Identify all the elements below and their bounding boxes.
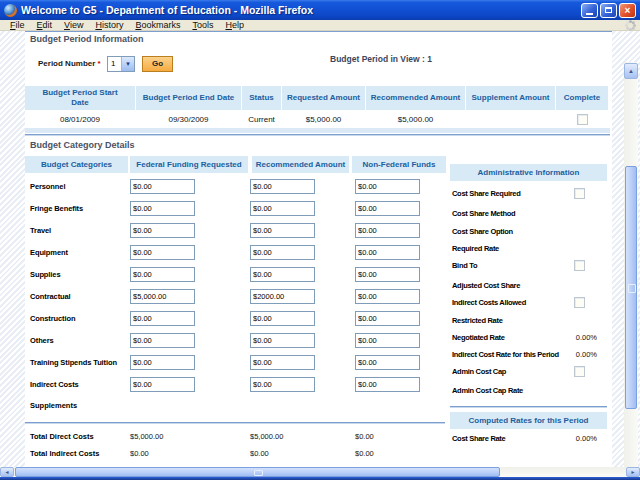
non-federal-funds-input[interactable]: [355, 311, 420, 326]
recommended-amount-input[interactable]: [250, 355, 315, 370]
menu-history[interactable]: History: [89, 20, 129, 31]
non-federal-funds-input[interactable]: [355, 377, 420, 392]
total-federal-value: $5,000.00: [130, 432, 163, 441]
end-date-cell: 09/30/2009: [136, 110, 241, 128]
admin-item-label: Adjusted Cost Share: [452, 281, 520, 290]
vertical-scrollbar-thumb[interactable]: [625, 166, 637, 409]
non-federal-funds-input[interactable]: [355, 201, 420, 216]
admin-item: Required Rate: [450, 243, 607, 255]
go-button[interactable]: Go: [142, 56, 173, 72]
menu-help[interactable]: Help: [219, 20, 250, 31]
budget-row-equipment: Equipment: [25, 245, 470, 262]
admin-item-label: Restricted Rate: [452, 316, 503, 325]
recommended-amount-input[interactable]: [250, 245, 315, 260]
admin-cost-cap-checkbox[interactable]: [574, 366, 585, 377]
total-indirect-costs-row: Total Indirect Costs $0.00 $0.00 $0.00: [25, 447, 470, 461]
recommended-amount-input[interactable]: [250, 267, 315, 282]
titlebar: Welcome to G5 - Department of Education …: [0, 0, 640, 20]
budget-row-indirect-costs: Indirect Costs: [25, 377, 470, 394]
menu-file[interactable]: File: [4, 20, 31, 31]
budget-row-construction: Construction: [25, 311, 470, 328]
complete-checkbox[interactable]: [577, 114, 588, 125]
budget-row-supplies: Supplies: [25, 267, 470, 284]
non-federal-funds-input[interactable]: [355, 355, 420, 370]
menu-bookmarks[interactable]: Bookmarks: [129, 20, 186, 31]
restore-button[interactable]: [600, 3, 617, 18]
close-button[interactable]: ×: [619, 3, 636, 18]
period-number-label: Period Number *: [38, 59, 101, 68]
recommended-amount-input[interactable]: [250, 179, 315, 194]
federal-funding-input[interactable]: [130, 245, 195, 260]
federal-funding-input[interactable]: [130, 201, 195, 216]
col-end-date: Budget Period End Date: [136, 86, 241, 110]
admin-item: Negotiated Rate 0.00%: [450, 332, 607, 344]
admin-item-label: Admin Cost Cap: [452, 367, 506, 376]
admin-item-label: Admin Cost Cap Rate: [452, 386, 523, 395]
budget-row-others: Others: [25, 333, 470, 350]
period-select-value: 1: [108, 57, 121, 71]
budget-row-travel: Travel: [25, 223, 470, 240]
supplements-label: Supplements: [30, 401, 77, 410]
requested-amount-cell: $5,000.00: [282, 110, 365, 128]
budget-category-label: Personnel: [30, 182, 65, 191]
bind-to-checkbox[interactable]: [574, 260, 585, 271]
budget-row-personnel: Personnel: [25, 179, 470, 196]
federal-funding-input[interactable]: [130, 311, 195, 326]
recommended-amount-cell: $5,000.00: [366, 110, 465, 128]
col-non-federal-funds: Non-Federal Funds: [352, 156, 446, 173]
col-complete: Complete: [556, 86, 608, 110]
budget-period-in-view: Budget Period in View : 1: [330, 54, 432, 64]
federal-funding-input[interactable]: [130, 289, 195, 304]
horizontal-scrollbar-thumb[interactable]: [15, 467, 500, 477]
menu-edit[interactable]: Edit: [31, 20, 59, 31]
budget-category-label: Equipment: [30, 248, 68, 257]
menu-tools[interactable]: Tools: [186, 20, 219, 31]
admin-item-value: 0.00%: [576, 333, 597, 342]
minimize-button[interactable]: [581, 3, 598, 18]
non-federal-funds-input[interactable]: [355, 223, 420, 238]
page-background: Budget Period Information Period Number …: [0, 31, 640, 467]
non-federal-funds-input[interactable]: [355, 179, 420, 194]
non-federal-funds-input[interactable]: [355, 333, 420, 348]
indirect-costs-allowed-checkbox[interactable]: [574, 297, 585, 308]
non-federal-funds-input[interactable]: [355, 245, 420, 260]
cost-share-required-checkbox[interactable]: [574, 188, 585, 199]
chevron-down-icon[interactable]: ▾: [121, 57, 134, 71]
admin-item: Indirect Costs Allowed: [450, 297, 607, 309]
window-title: Welcome to G5 - Department of Education …: [21, 4, 581, 16]
recommended-amount-input[interactable]: [250, 311, 315, 326]
scroll-up-button[interactable]: ▲: [624, 63, 638, 79]
admin-item: Bind To: [450, 260, 607, 272]
col-supplement: Supplement Amount: [466, 86, 555, 110]
scroll-left-button[interactable]: ◄: [0, 467, 14, 477]
non-federal-funds-input[interactable]: [355, 267, 420, 282]
complete-cell: [556, 110, 608, 128]
recommended-amount-input[interactable]: [250, 289, 315, 304]
col-budget-categories: Budget Categories: [25, 156, 128, 173]
throbber-icon: [629, 24, 632, 27]
recommended-amount-input[interactable]: [250, 333, 315, 348]
budget-row-fringe-benefits: Fringe Benefits: [25, 201, 470, 218]
recommended-amount-input[interactable]: [250, 201, 315, 216]
federal-funding-input[interactable]: [130, 223, 195, 238]
menu-view[interactable]: View: [58, 20, 89, 31]
admin-item: Indirect Cost Rate for this Period 0.00%: [450, 349, 607, 361]
federal-funding-input[interactable]: [130, 333, 195, 348]
federal-funding-input[interactable]: [130, 377, 195, 392]
recommended-amount-input[interactable]: [250, 223, 315, 238]
federal-funding-input[interactable]: [130, 355, 195, 370]
federal-funding-input[interactable]: [130, 267, 195, 282]
period-number-select[interactable]: 1 ▾: [107, 56, 135, 72]
computed-item: Cost Share Rate 0.00%: [450, 433, 607, 445]
admin-item: Admin Cost Cap Rate: [450, 385, 607, 397]
scroll-right-button[interactable]: ►: [626, 467, 640, 477]
vertical-scrollbar: ▲ ▼: [624, 62, 638, 480]
federal-funding-input[interactable]: [130, 179, 195, 194]
status-cell: Current: [242, 110, 281, 128]
non-federal-funds-input[interactable]: [355, 289, 420, 304]
admin-item-label: Required Rate: [452, 244, 499, 253]
window-controls: ×: [581, 3, 636, 18]
admin-item: Adjusted Cost Share: [450, 280, 607, 292]
minimize-icon: [586, 13, 593, 15]
recommended-amount-input[interactable]: [250, 377, 315, 392]
